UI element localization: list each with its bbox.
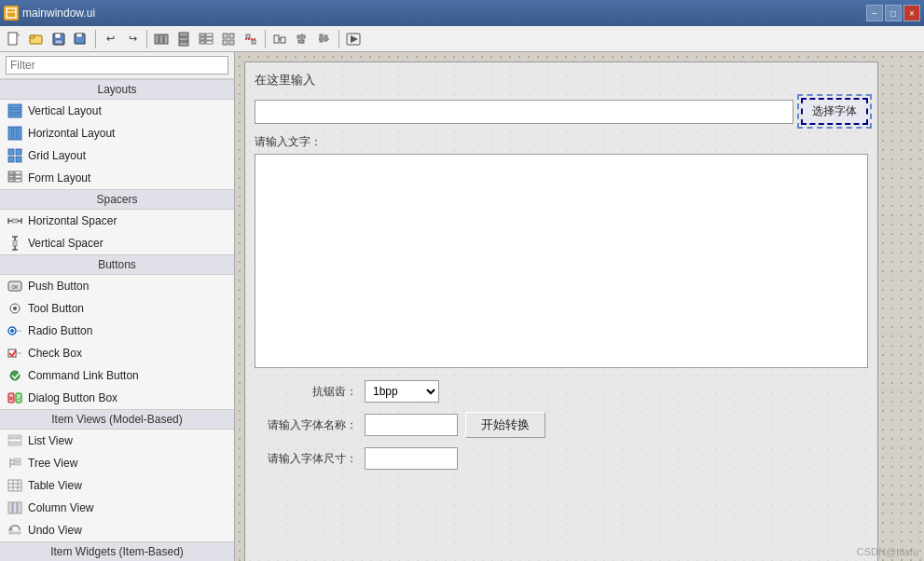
svg-rect-20 [200,37,205,40]
svg-rect-5 [30,35,34,38]
titlebar: mainwindow.ui − □ × [0,0,924,26]
toolbar-undo[interactable]: ↩ [100,29,120,49]
font-select-button[interactable]: 选择字体 [801,98,868,125]
svg-rect-55 [15,175,21,178]
pushbtn-icon: OK [7,279,22,294]
vspacer-icon [7,236,22,251]
svg-rect-25 [229,34,234,38]
svg-rect-10 [76,34,82,37]
close-button[interactable]: × [903,5,920,21]
sidebar-item-cmdlink[interactable]: Command Link Button [0,364,234,387]
sidebar-item-toolbutton[interactable]: Tool Button [0,297,234,320]
sidebar-item-radiobutton[interactable]: Radio Button [0,320,234,342]
font-display-input[interactable] [255,100,793,124]
svg-rect-93 [8,502,12,513]
svg-rect-81 [8,439,21,442]
font-select-row: 选择字体 [255,98,868,125]
section-itemviews: Item Views (Model-Based) [0,409,234,430]
sidebar-item-vspacer[interactable]: Vertical Spacer [0,232,234,254]
svg-rect-61 [12,219,18,223]
svg-rect-80 [8,435,21,438]
sidebar-item-formlayout[interactable]: Form Layout [0,167,234,189]
svg-rect-54 [8,175,14,178]
sidebar-item-listview[interactable]: List View [0,430,234,452]
toolbar-sep4 [338,30,339,48]
section-buttons: Buttons [0,254,234,275]
text-input-area[interactable] [255,154,868,368]
svg-rect-56 [8,179,14,182]
svg-rect-22 [200,41,205,44]
listview-icon [7,433,22,448]
font-size-input[interactable] [365,447,458,470]
svg-rect-8 [55,40,62,44]
svg-rect-17 [179,42,188,46]
toolbar-halign[interactable] [292,29,312,49]
convert-button[interactable]: 开始转换 [465,412,545,438]
svg-text:+: + [83,40,87,46]
app-icon [4,6,19,21]
filter-input[interactable] [6,56,228,75]
svg-rect-86 [14,458,21,461]
vlayout-icon [7,103,22,118]
sidebar-item-checkbox[interactable]: Check Box [0,342,234,364]
sidebar-item-pushbutton[interactable]: OK Push Button [0,275,234,297]
sidebar-item-gridlayout[interactable]: Grid Layout [0,144,234,167]
maximize-button[interactable]: □ [885,5,902,21]
toolbar-formlayout[interactable] [196,29,216,49]
svg-rect-38 [320,34,323,42]
svg-rect-87 [14,462,21,465]
sidebar-item-undoview[interactable]: Undo View [0,519,234,541]
sidebar-item-treeview[interactable]: Tree View [0,452,234,474]
toolbar: + ↩ ↪ [0,26,924,52]
gridlayout-label: Grid Layout [28,149,86,162]
sidebar-item-dialogbtn[interactable]: ✕✓ Dialog Button Box [0,387,234,409]
section-spacers: Spacers [0,189,234,210]
svg-rect-32 [281,37,285,43]
text-input-label: 请输入文字： [255,134,868,150]
toolbar-gridlayout[interactable] [218,29,239,49]
sidebar-item-hspacer[interactable]: Horizontal Spacer [0,210,234,232]
toolbar-open[interactable] [26,29,47,49]
hspacer-icon [7,213,22,228]
toolbar-hlayout[interactable] [151,29,172,49]
minimize-button[interactable]: − [866,5,883,21]
font-name-row: 请输入字体名称： 开始转换 [255,412,868,438]
columnview-label: Column View [28,501,93,514]
toolbar-preview[interactable] [343,29,364,49]
svg-rect-13 [159,34,163,44]
sidebar-item-tableview[interactable]: Table View [0,474,234,497]
toolbar-adjust-size[interactable] [269,29,290,49]
toolbar-vlayout[interactable] [173,29,194,49]
toolbar-new[interactable] [4,29,24,49]
svg-rect-82 [8,443,21,445]
tableview-icon [7,478,22,493]
svg-text:✕: ✕ [8,395,14,402]
svg-marker-3 [17,33,20,35]
vspacer-label: Vertical Spacer [28,237,103,250]
hspacer-label: Horizontal Spacer [28,214,117,227]
sidebar-item-columnview[interactable]: Column View [0,497,234,519]
sidebar-item-vlayout[interactable]: Vertical Layout [0,100,234,122]
antialiasing-select[interactable]: 1bpp 2bpp 4bpp none [365,380,439,403]
toolbar-sep2 [146,30,147,48]
toolbar-valign[interactable] [314,29,335,49]
svg-rect-36 [298,40,304,43]
toolbar-redo[interactable]: ↪ [122,29,143,49]
svg-rect-95 [18,502,21,513]
font-name-input[interactable] [365,414,458,436]
toolbar-saveas[interactable]: + [71,29,91,49]
svg-rect-43 [8,109,21,113]
hlayout-label: Horizontal Layout [28,127,115,140]
radio-icon [7,323,22,338]
font-size-row: 请输入字体尺寸： [255,447,868,470]
colview-icon [7,500,22,515]
radiobutton-label: Radio Button [28,324,92,337]
cmdlink-icon [7,368,22,383]
svg-rect-14 [164,34,168,44]
toolbutton-label: Tool Button [28,302,84,315]
sidebar-item-hlayout[interactable]: Horizontal Layout [0,122,234,144]
toolbar-breaklayout[interactable] [241,29,261,49]
toolbar-save[interactable] [48,29,69,49]
grid-icon [7,148,22,163]
svg-text:OK: OK [11,284,19,290]
